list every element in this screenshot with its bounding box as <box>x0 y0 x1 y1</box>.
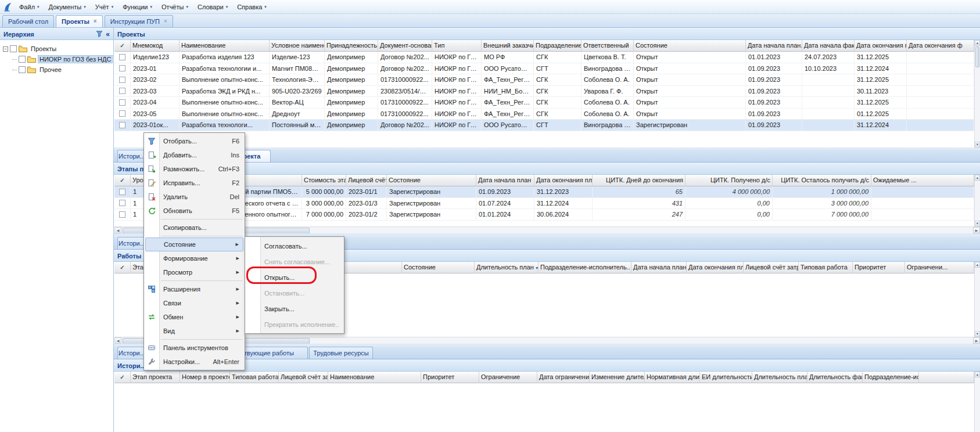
column-header[interactable]: Длительность фак <box>807 372 863 383</box>
context-menu-item[interactable]: Состояние▶ <box>145 237 243 251</box>
column-header[interactable]: Приоритет <box>853 262 905 273</box>
context-menu-item[interactable]: Скопировать... <box>144 221 245 235</box>
context-menu-item[interactable]: Добавить...Ins <box>144 148 245 162</box>
column-header[interactable]: Подразделение-ис <box>863 372 919 383</box>
column-header[interactable]: ЦИТК. Осталось получить д/с <box>773 175 871 186</box>
menubar-item[interactable]: Файл▾ <box>15 2 44 12</box>
column-header[interactable]: Дата окончания план <box>534 175 593 186</box>
table-row[interactable]: 2023-03Разработка ЭКД и РКД н...905-U020… <box>114 86 974 98</box>
table-row[interactable]: Изделие123Разработка изделия 123Изделие-… <box>114 52 974 63</box>
column-header[interactable]: ЦИТК. Дней до окончания <box>593 175 685 186</box>
column-header[interactable]: ЕИ длительности <box>700 372 752 383</box>
row-checkbox[interactable] <box>119 99 125 106</box>
close-tab-icon[interactable]: × <box>164 19 167 24</box>
table-row[interactable]: 2023-01ок...Разработка технологи...Посто… <box>114 120 974 131</box>
column-header[interactable]: Ограничени... <box>905 262 974 273</box>
scroll-up-icon[interactable]: ▲ <box>975 40 980 46</box>
tree-node[interactable]: −Проекты <box>0 44 113 54</box>
column-header[interactable]: ✓ <box>114 372 131 383</box>
tree-checkbox[interactable] <box>10 45 17 52</box>
vertical-scrollbar[interactable]: ▲▼ <box>974 40 980 147</box>
context-menu-item[interactable]: Размножить...Ctrl+F3 <box>144 162 245 176</box>
context-menu-item[interactable]: Просмотр▶ <box>144 265 245 279</box>
column-header[interactable]: Дата окончания план <box>687 262 744 273</box>
column-header[interactable]: Лицевой счёт затр <box>279 372 328 383</box>
select-all-check-icon[interactable]: ✓ <box>120 264 124 271</box>
column-header[interactable]: Мнемокод <box>131 40 180 52</box>
panel-tab[interactable]: Трудовые ресурсы <box>309 347 373 359</box>
column-header[interactable]: ЦИТК. Получено д/с <box>685 175 773 186</box>
column-header[interactable]: Лицевой счёт затрат. <box>346 175 387 186</box>
column-header[interactable]: Дата окончания ф <box>907 40 974 52</box>
row-checkbox[interactable] <box>119 200 125 206</box>
column-header[interactable]: Дата окончания пл <box>855 40 907 52</box>
column-header[interactable]: Длительность пла <box>752 372 807 383</box>
vertical-scrollbar[interactable]: ▲▼ <box>974 175 980 226</box>
column-header[interactable]: Дата ограничения <box>537 372 590 383</box>
scroll-right-icon[interactable]: ▶ <box>973 227 980 233</box>
scroll-down-icon[interactable]: ▼ <box>975 221 980 226</box>
menubar-item[interactable]: Учёт▾ <box>91 2 118 12</box>
menubar-item[interactable]: Функции▾ <box>118 2 157 12</box>
row-checkbox[interactable] <box>119 110 125 117</box>
scroll-thumb[interactable] <box>975 46 979 67</box>
select-all-check-icon[interactable]: ✓ <box>120 374 124 380</box>
scroll-up-icon[interactable]: ▲ <box>975 175 980 181</box>
window-tab[interactable]: Проекты× <box>56 15 103 27</box>
table-row[interactable]: 2023-01Разработка технологии и...Магнит … <box>114 63 974 75</box>
row-checkbox[interactable] <box>119 211 125 218</box>
table-row[interactable]: 2023-05Выполнение опытно-конс...Дредноут… <box>114 109 974 120</box>
column-header[interactable]: Принадлежность <box>325 40 378 52</box>
window-tab[interactable]: Рабочий стол <box>2 15 54 27</box>
collapse-panel-icon[interactable]: « <box>106 31 110 38</box>
context-menu-item[interactable]: Панель инструментов <box>144 341 245 355</box>
table-row[interactable]: 2023-04Выполнение опытно-конс...Вектор-А… <box>114 97 974 109</box>
menubar-item[interactable]: Справка▾ <box>232 2 271 12</box>
context-menu-item[interactable]: Расширения▶ <box>144 282 245 296</box>
column-header[interactable]: Длительность план ▼ <box>475 262 539 273</box>
column-header[interactable]: Изменение длител <box>590 372 645 383</box>
column-header[interactable]: Состояние <box>387 175 476 186</box>
context-menu-item[interactable]: Отобрать...F6 <box>144 134 245 148</box>
context-menu-item[interactable]: Настройки...Alt+Enter <box>144 355 245 369</box>
menubar-item[interactable]: Документы▾ <box>44 2 91 12</box>
column-header[interactable]: Внешний заказчик <box>482 40 534 52</box>
select-all-check-icon[interactable]: ✓ <box>120 177 124 183</box>
row-checkbox[interactable] <box>119 88 125 94</box>
scroll-down-icon[interactable]: ▼ <box>975 331 980 337</box>
column-header[interactable]: Ограничение <box>479 372 537 383</box>
column-header[interactable]: Типовая работа <box>799 262 853 273</box>
column-header[interactable]: Наименование <box>180 40 270 52</box>
row-checkbox[interactable] <box>119 65 125 71</box>
column-header[interactable]: Документ-основан <box>378 40 432 52</box>
context-menu-item[interactable]: Исправить...F2 <box>144 176 245 190</box>
row-checkbox[interactable] <box>119 54 125 60</box>
column-header[interactable]: Номер в проекте <box>180 372 230 383</box>
column-header[interactable]: Ожидаемые ... <box>871 175 974 186</box>
column-header[interactable]: Лицевой счёт затр <box>744 262 799 273</box>
scroll-right-icon[interactable]: ▶ <box>973 337 980 344</box>
panel-tab[interactable]: Истори... <box>117 237 146 249</box>
tree-node[interactable]: НИОКР по ГОЗ без НДС <box>0 54 113 64</box>
column-header[interactable]: Состояние <box>634 40 746 52</box>
column-header[interactable]: ✓ <box>114 40 131 52</box>
menubar-item[interactable]: Словари▾ <box>193 2 232 12</box>
context-menu-item[interactable]: УдалитьDel <box>144 190 245 204</box>
menubar-item[interactable]: Отчёты▾ <box>157 2 193 12</box>
column-header[interactable]: Ответственный <box>581 40 634 52</box>
close-tab-icon[interactable]: × <box>94 19 97 24</box>
select-all-check-icon[interactable]: ✓ <box>120 42 124 49</box>
submenu-item[interactable]: Остановить... <box>245 285 344 301</box>
context-menu-item[interactable]: ОбновитьF5 <box>144 204 245 218</box>
submenu-item[interactable]: Согласовать... <box>245 238 344 254</box>
context-menu-item[interactable]: Связи▶ <box>144 296 245 310</box>
tree-checkbox[interactable] <box>19 66 26 73</box>
column-header[interactable]: Условное наименова <box>270 40 325 52</box>
column-header[interactable]: Стоимость этапа <box>302 175 346 186</box>
submenu-item[interactable]: Прекратить исполнение... <box>245 316 344 332</box>
window-tab[interactable]: Инструкции ПУП× <box>105 15 173 27</box>
column-header[interactable]: Приоритет <box>421 372 479 383</box>
scroll-left-icon[interactable]: ◀ <box>114 227 121 233</box>
scroll-left-icon[interactable]: ◀ <box>114 337 121 344</box>
column-header[interactable]: Типовая работа <box>230 372 279 383</box>
